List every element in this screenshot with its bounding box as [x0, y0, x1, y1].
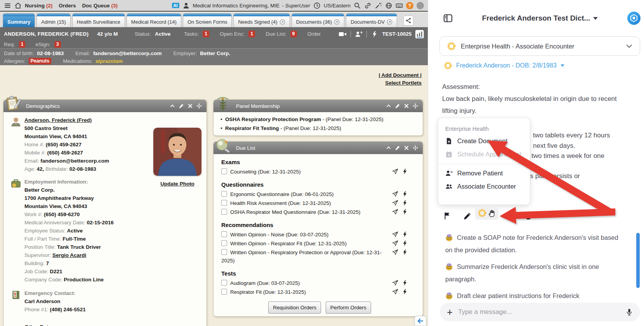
select-portlets-link[interactable]: Select Portlets [378, 79, 422, 87]
nav-nursing[interactable]: Nursing (2) [25, 3, 52, 9]
collapse-icon[interactable] [386, 103, 391, 109]
bolt-icon[interactable] [402, 231, 408, 238]
due-list-count-badge[interactable]: 9 [290, 31, 297, 37]
send-icon[interactable] [392, 200, 398, 206]
suggestion-item[interactable]: Create a SOAP note for Frederick Anderso… [445, 231, 623, 256]
flag-icon[interactable] [443, 212, 452, 220]
external-link-icon[interactable] [279, 19, 285, 25]
close-icon[interactable] [187, 103, 193, 109]
close-icon[interactable] [404, 145, 409, 151]
tab-on-screen-forms[interactable]: On Screen Forms [183, 13, 232, 27]
bolt-icon[interactable] [402, 280, 408, 286]
move-icon[interactable] [413, 103, 418, 109]
bolt-icon[interactable] [402, 168, 408, 175]
checkbox[interactable] [221, 168, 227, 174]
avatar[interactable] [417, 2, 424, 9]
collapse-icon[interactable] [170, 103, 175, 109]
menu-item-associate-encounter[interactable]: Associate Encounter [445, 183, 523, 190]
close-icon[interactable] [404, 103, 409, 109]
supervisor-link[interactable]: Sergio Acardi [52, 252, 86, 258]
tab-summary[interactable]: Summary [3, 13, 35, 27]
send-icon[interactable] [392, 168, 398, 175]
clock-icon[interactable] [313, 2, 321, 9]
link-icon[interactable] [364, 2, 371, 9]
hamburger-menu-icon[interactable] [4, 2, 11, 9]
edit-icon[interactable] [179, 103, 184, 109]
assistant-logo[interactable] [627, 11, 641, 25]
menu-item-create-document[interactable]: Create Document [445, 137, 523, 145]
edit-icon[interactable] [395, 103, 400, 109]
tab-documents-dv[interactable]: Documents-DV [346, 13, 397, 27]
checkbox[interactable] [221, 231, 227, 237]
tab-needs-signed[interactable]: Needs Signed (4) [233, 13, 290, 27]
patient-context-link[interactable]: Frederick Anderson - DOB: 2/8/1983 [444, 61, 564, 70]
keyboard-icon[interactable] [396, 2, 403, 9]
panel-membership-header[interactable]: Panel Membership [214, 100, 423, 112]
encounter-select[interactable]: Enterprise Health - Associate Encounter [439, 36, 640, 56]
trash-icon[interactable] [524, 212, 533, 220]
open-enc-count-badge[interactable]: 1 [248, 31, 255, 37]
requisition-orders-button[interactable]: Requisition Orders [268, 302, 321, 314]
enterprise-health-action-button[interactable] [475, 206, 498, 220]
collapse-icon[interactable] [386, 145, 391, 151]
nav-doc-queue[interactable]: Doc Queue (3) [82, 3, 118, 9]
add-person-icon[interactable] [355, 31, 363, 38]
panel-collapse-button[interactable] [415, 316, 426, 326]
bolt-icon[interactable] [402, 200, 408, 206]
tab-settings-button[interactable] [403, 16, 413, 26]
send-icon[interactable] [392, 289, 398, 295]
perform-orders-button[interactable]: Perform Orders [326, 302, 371, 314]
checkbox[interactable] [221, 289, 227, 295]
checkbox[interactable] [221, 249, 227, 255]
menu-item-schedule-appointment[interactable]: Schedule Appointment [445, 151, 523, 158]
patient-name[interactable]: ANDERSON, FREDERICK (FRED) [4, 31, 89, 37]
allergy-badge[interactable]: Peanuts [29, 58, 52, 64]
globe-icon[interactable] [385, 2, 392, 9]
tab-admin[interactable]: Admin (15) [36, 13, 71, 27]
help-icon[interactable]: ? [406, 2, 413, 9]
suggestion-item[interactable]: Draft clear patient instructions for Fre… [445, 290, 623, 302]
home-icon[interactable] [14, 2, 22, 9]
chart-icon[interactable] [415, 30, 424, 38]
send-icon[interactable] [392, 231, 398, 238]
external-link-icon[interactable] [334, 19, 340, 25]
send-icon[interactable] [392, 240, 398, 246]
demographics-portlet-header[interactable]: Demographics [3, 100, 207, 112]
send-icon[interactable] [392, 280, 398, 286]
external-link-icon[interactable] [387, 19, 392, 25]
microphone-icon[interactable] [625, 308, 633, 316]
conversation-title[interactable]: Frederick Anderson Test Dict... [453, 14, 627, 23]
bolt-icon[interactable] [402, 240, 408, 246]
search-icon[interactable] [354, 2, 361, 9]
bolt-icon[interactable] [371, 31, 378, 38]
req-count-badge[interactable]: 1 [19, 41, 26, 48]
esign-count-badge[interactable]: 3 [54, 41, 61, 48]
move-icon[interactable] [413, 145, 418, 151]
bolt-icon[interactable] [402, 209, 408, 215]
move-icon[interactable] [196, 103, 202, 109]
message-input[interactable] [458, 308, 620, 316]
edit-icon[interactable] [395, 145, 400, 151]
scrollbar-thumb[interactable] [636, 233, 640, 288]
magic-wand-icon[interactable] [375, 2, 382, 9]
send-icon[interactable] [392, 191, 398, 197]
menu-item-remove-patient[interactable]: Remove Patient [445, 170, 523, 177]
suggestion-item[interactable]: Summarize Frederick Anderson's clinic vi… [445, 260, 623, 285]
bolt-icon[interactable] [402, 249, 408, 255]
tab-medical-record[interactable]: Medical Record (14) [127, 13, 181, 27]
ai-badge[interactable]: AI [172, 3, 179, 8]
order-link[interactable]: Order [307, 31, 321, 37]
bolt-icon[interactable] [402, 191, 408, 197]
tab-documents[interactable]: Documents (36) [292, 13, 344, 27]
video-camera-icon[interactable] [339, 31, 347, 38]
add-document-link[interactable]: | Add Document | [378, 71, 422, 79]
patient-name-link[interactable]: Anderson, Frederick (Fred) [24, 117, 92, 123]
checkbox[interactable] [221, 191, 227, 197]
tab-health-surveillance[interactable]: Health Surveillance [72, 13, 125, 27]
checkbox[interactable] [221, 209, 227, 215]
bolt-icon[interactable] [402, 289, 408, 295]
nav-orders[interactable]: Orders [59, 3, 76, 9]
feedback-button[interactable] [505, 212, 518, 220]
send-icon[interactable] [392, 249, 398, 255]
send-icon[interactable] [392, 209, 398, 215]
